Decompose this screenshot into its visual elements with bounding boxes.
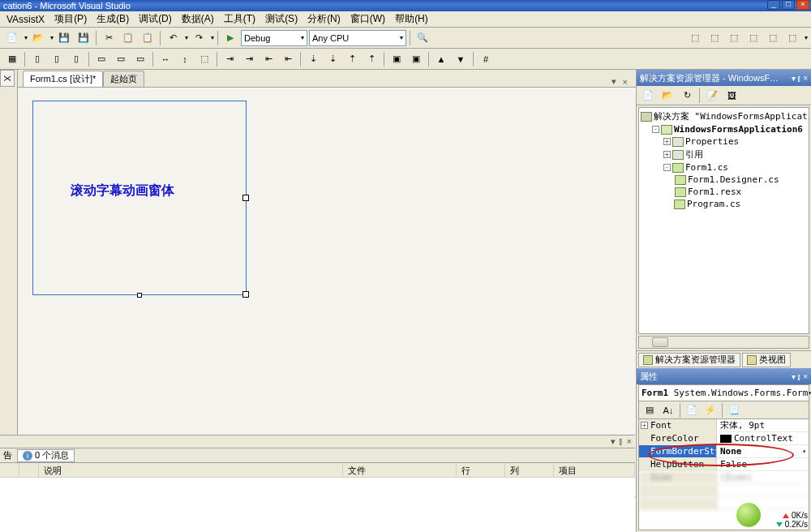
panel-pin-icon[interactable]: ▾ [792,372,796,381]
project-node[interactable]: WindowsFormsApplication6 [674,124,803,135]
tab-form1-design[interactable]: Form1.cs [设计]* [23,71,103,87]
align-bottom-button[interactable]: ▭ [131,50,149,68]
form1-resx-node[interactable]: Form1.resx [688,187,741,197]
expand-button[interactable]: - [663,164,671,171]
hspace-dec-button[interactable]: ⇤ [260,50,277,68]
start-debug-button[interactable]: ▶ [221,29,239,47]
tb-btn-d[interactable]: ⬚ [744,29,762,47]
vspace-inc-button[interactable]: ⇣ [324,50,341,68]
tab-order-button[interactable]: # [477,50,495,68]
align-right-button[interactable]: ▯ [67,50,85,68]
center-v-button[interactable]: ▣ [407,50,425,68]
vspace-dec-button[interactable]: ⇡ [343,50,361,68]
find-button[interactable]: 🔍 [414,29,431,47]
hspace-remove-button[interactable]: ⇤ [279,50,297,68]
tab-start-page[interactable]: 起始页 [103,71,144,87]
vspace-equal-button[interactable]: ⇣ [304,50,322,68]
expand-button[interactable]: + [663,138,671,145]
menu-vassistx[interactable]: VAssistX [2,12,49,27]
menu-build[interactable]: 生成(B) [92,11,134,28]
panel-autohide-icon[interactable]: ⫿ [797,74,801,83]
bring-front-button[interactable]: ▲ [432,50,450,68]
maximize-button[interactable]: □ [782,0,795,10]
col-description[interactable]: 说明 [39,463,343,477]
prop-icon-value[interactable]: (Icon) [717,471,809,483]
same-height-button[interactable]: ↕ [176,50,194,68]
tree-hscrollbar[interactable] [638,336,809,349]
hspace-inc-button[interactable]: ⇥ [240,50,258,68]
menu-help[interactable]: 帮助(H) [390,11,433,28]
cut-button[interactable]: ✂ [100,29,118,47]
redo-button[interactable]: ↷ [190,29,208,47]
tab-dropdown-button[interactable]: ▾ [610,76,618,87]
panel-autohide-icon[interactable]: ⫿ [797,372,801,381]
new-project-button[interactable]: 📄 [3,29,21,47]
align-middle-button[interactable]: ▭ [112,50,130,68]
tb-btn-b[interactable]: ⬚ [706,29,723,47]
panel-close-icon[interactable]: × [803,372,808,381]
bottom-pin-button[interactable]: ⫿ [619,436,624,447]
save-button[interactable]: 💾 [55,29,73,47]
se-viewcode-button[interactable]: 📝 [703,87,721,105]
se-showall-button[interactable]: 📂 [659,87,676,105]
properties-object-selector[interactable]: Form1 System.Windows.Forms.Form ▾ [639,385,809,401]
menu-window[interactable]: 窗口(W) [345,11,390,28]
bottom-close-button[interactable]: × [627,436,632,447]
col-file[interactable]: 文件 [343,463,457,477]
panel-close-icon[interactable]: × [803,74,808,83]
expand-icon[interactable]: + [641,422,648,429]
form1-node[interactable]: Form1.cs [685,162,728,173]
menu-debug[interactable]: 调试(D) [134,11,177,28]
properties-header[interactable]: 属性 ▾⫿× [637,368,811,384]
align-left-button[interactable]: ▯ [28,50,46,68]
tb-btn-c[interactable]: ⬚ [725,29,743,47]
col-line[interactable]: 行 [457,463,505,477]
messages-tab[interactable]: i 0 个消息 [17,449,75,462]
open-button[interactable]: 📂 [29,29,47,47]
center-h-button[interactable]: ▣ [388,50,406,68]
menu-analyze[interactable]: 分析(N) [303,11,345,28]
same-width-button[interactable]: ↔ [157,50,174,68]
prop-forecolor-value[interactable]: ControlText [717,432,809,444]
expand-button[interactable]: + [663,151,671,158]
config-dropdown[interactable]: Debug▾ [241,30,307,46]
align-top-button[interactable]: ▭ [92,50,110,68]
prop-helpbutton-value[interactable]: False [717,458,809,470]
solution-node[interactable]: 解决方案 "WindowsFormsApplication6" [654,110,809,122]
same-size-button[interactable]: ⬚ [195,50,213,68]
label-scrolling-text[interactable]: 滚动字幕动画窗体 [71,182,174,200]
se-properties-button[interactable]: 📄 [639,87,657,105]
prop-font-value[interactable]: 宋体, 9pt [717,419,809,431]
tab-solution-explorer[interactable]: 解决方案资源管理器 [638,353,740,367]
vspace-remove-button[interactable]: ⇡ [363,50,380,68]
align-centers-button[interactable]: ▯ [48,50,66,68]
solution-explorer-header[interactable]: 解决方案资源管理器 - WindowsF… ▾⫿× [637,70,811,86]
references-node[interactable]: 引用 [685,148,703,161]
undo-button[interactable]: ↶ [164,29,182,47]
hspace-equal-button[interactable]: ⇥ [221,50,238,68]
alphabetical-button[interactable]: A↓ [659,401,677,419]
tb-btn-f[interactable]: ⬚ [783,29,801,47]
minimize-button[interactable]: _ [767,0,780,10]
se-viewdesigner-button[interactable]: 🖼 [723,87,740,105]
tab-class-view[interactable]: 类视图 [742,353,791,367]
form-canvas[interactable]: 滚动字幕动画窗体 [32,101,247,295]
solution-tree[interactable]: 解决方案 "WindowsFormsApplication6" -Windows… [638,107,809,334]
form1-designer-node[interactable]: Form1.Designer.cs [688,174,779,185]
save-all-button[interactable]: 💾 [75,29,92,47]
se-refresh-button[interactable]: ↻ [678,87,696,105]
menu-data[interactable]: 数据(A) [177,11,219,28]
prop-formborderstyle-value[interactable]: None▾ [717,445,809,457]
platform-dropdown[interactable]: Any CPU▾ [309,30,406,46]
col-col[interactable]: 列 [505,463,554,477]
resize-handle-bottom[interactable] [137,293,142,298]
paste-button[interactable]: 📋 [139,29,157,47]
menu-test[interactable]: 测试(S) [260,11,303,28]
events-button[interactable]: ⚡ [702,401,719,419]
categorized-button[interactable]: ▤ [641,401,659,419]
menu-project[interactable]: 项目(P) [49,11,92,28]
toolbox-tab[interactable]: X [0,70,15,87]
tb-btn-e[interactable]: ⬚ [764,29,782,47]
col-project[interactable]: 项目 [554,463,635,477]
tb-btn-a[interactable]: ⬚ [686,29,704,47]
